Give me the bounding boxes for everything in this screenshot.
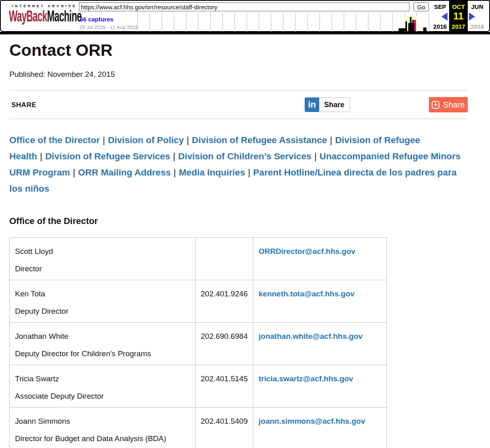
table-row: Scott LloydDirectorORRDirector@acf.hhs.g… (10, 238, 387, 280)
staff-title: Director for Budget and Data Analysis (B… (15, 434, 190, 443)
staff-phone-cell: 202.401.5409 (195, 408, 253, 448)
nav-separator: | (312, 151, 320, 161)
wayback-toolbar: INTERNET ARCHIVE WayBackMachine Go 56 ca… (0, 0, 490, 32)
prev-year-label: 2016 (431, 23, 449, 30)
staff-email-link[interactable]: tricia.swartz@acf.hhs.gov (259, 374, 353, 383)
timeline-tick (174, 13, 174, 32)
prev-month-label: SEP (431, 3, 449, 10)
table-row: Jonathan WhiteDeputy Director for Childr… (10, 323, 387, 365)
staff-phone-cell: 202.401.5145 (195, 365, 253, 408)
page-title: Contact ORR (9, 41, 468, 60)
nav-separator: | (37, 151, 45, 161)
nav-separator: | (245, 167, 253, 178)
staff-email-cell: ORRDirector@acf.hhs.gov (253, 238, 387, 280)
sparkline-bar (408, 23, 415, 31)
next-year-label: 2018 (468, 23, 486, 30)
nav-link[interactable]: Division of Children’s Services (178, 151, 311, 161)
timeline-tick (392, 13, 393, 32)
captures-count-link[interactable]: 56 captures (80, 16, 113, 23)
staff-email-link[interactable]: kenneth.tota@acf.hhs.gov (259, 290, 354, 298)
table-row: Joann SimmonsDirector for Budget and Dat… (10, 408, 387, 448)
nav-separator: | (327, 135, 335, 145)
timeline-tick (344, 13, 344, 32)
plus-icon: + (432, 101, 439, 109)
staff-name: Ken Tota (15, 290, 190, 298)
staff-email-link[interactable]: joann.simmons@acf.hhs.gov (259, 417, 365, 425)
timeline-tick (295, 13, 296, 32)
timeline-tick (271, 13, 272, 32)
table-row: Ken TotaDeputy Director202.401.9246kenne… (10, 280, 387, 323)
timeline-tick (259, 13, 259, 32)
next-capture-arrow[interactable] (469, 13, 475, 21)
current-year-label: 2017 (449, 23, 468, 30)
captures-date-range: 29 Jul 2016 - 11 Aug 2018 (79, 25, 138, 30)
staff-name-cell: Scott LloydDirector (10, 238, 195, 280)
url-input[interactable] (79, 2, 409, 11)
timeline-tick (210, 13, 211, 32)
staff-table-body: Scott LloydDirectorORRDirector@acf.hhs.g… (10, 238, 387, 448)
next-month-label: JUN (468, 3, 486, 10)
section-heading: Office of the Director (9, 216, 468, 226)
section-nav: Office of the Director|Division of Polic… (9, 132, 462, 197)
table-row: Tricia SwartzAssociate Deputy Director20… (10, 365, 387, 408)
sparkline-bar (423, 27, 426, 31)
previous-capture-arrow[interactable] (441, 13, 448, 21)
staff-title: Deputy Director (15, 307, 190, 316)
share-label: SHARE (11, 101, 36, 109)
nav-separator: | (170, 151, 178, 161)
staff-phone-cell: 202.690.6984 (195, 323, 253, 365)
staff-email-cell: tricia.swartz@acf.hhs.gov (253, 365, 387, 408)
staff-email-link[interactable]: jonathan.white@acf.hhs.gov (259, 332, 363, 340)
staff-directory-table: Scott LloydDirectorORRDirector@acf.hhs.g… (9, 237, 387, 448)
nav-link[interactable]: Division of Refugee Services (45, 151, 170, 161)
go-button[interactable]: Go (414, 2, 429, 11)
timeline-tick (161, 13, 162, 32)
addthis-share-label: Share (443, 100, 465, 110)
nav-separator: | (171, 167, 179, 178)
current-day-label: 11 (449, 11, 468, 22)
timeline-tick (186, 13, 187, 32)
sparkline-bar (405, 21, 407, 31)
timeline-tick (198, 13, 199, 32)
sparkline-current-marker (414, 20, 416, 31)
staff-name-cell: Joann SimmonsDirector for Budget and Dat… (10, 408, 195, 448)
staff-name-cell: Jonathan WhiteDeputy Director for Childr… (10, 323, 195, 365)
nav-link[interactable]: Division of Policy (108, 135, 184, 145)
staff-name-cell: Ken TotaDeputy Director (10, 280, 195, 323)
timeline-tick (368, 13, 369, 32)
staff-name: Tricia Swartz (15, 374, 190, 383)
staff-name: Scott Lloyd (15, 247, 190, 256)
staff-name: Joann Simmons (15, 417, 190, 426)
nav-link[interactable]: Division of Refugee Assistance (192, 135, 327, 145)
wayback-machine-wordmark: WayBackMachine (9, 8, 53, 24)
staff-title: Director (15, 264, 190, 273)
nav-separator: | (184, 135, 192, 145)
staff-name: Jonathan White (15, 332, 190, 341)
staff-email-link[interactable]: ORRDirector@acf.hhs.gov (259, 247, 355, 256)
addthis-share-button[interactable]: + Share (429, 97, 468, 112)
timeline-tick (234, 13, 235, 32)
timeline-tick (307, 13, 308, 32)
staff-email-cell: kenneth.tota@acf.hhs.gov (253, 280, 387, 323)
wayback-logo[interactable]: INTERNET ARCHIVE WayBackMachine (9, 4, 76, 22)
nav-link[interactable]: Media Inquiries (179, 167, 245, 178)
nav-link[interactable]: Office of the Director (9, 135, 100, 145)
divider (9, 118, 468, 119)
staff-title: Associate Deputy Director (15, 392, 190, 401)
nav-separator: | (100, 135, 108, 145)
share-row: SHARE in Share + Share (9, 91, 468, 118)
timeline-tick (428, 13, 429, 32)
staff-email-cell: joann.simmons@acf.hhs.gov (253, 408, 387, 448)
article: Contact ORR Published: November 24, 2015… (0, 41, 490, 448)
timeline-tick (331, 13, 332, 32)
timeline-tick (149, 13, 150, 32)
linkedin-share-button[interactable]: in Share (305, 97, 350, 112)
timeline-tick (283, 13, 284, 32)
timeline-tick (319, 13, 320, 32)
timeline-tick (246, 13, 247, 32)
timeline-tick (222, 13, 223, 32)
nav-link[interactable]: ORR Mailing Address (78, 167, 171, 178)
toolbar-divider (0, 32, 490, 34)
staff-title: Deputy Director for Children's Programs (15, 349, 190, 358)
staff-email-cell: jonathan.white@acf.hhs.gov (253, 323, 387, 365)
